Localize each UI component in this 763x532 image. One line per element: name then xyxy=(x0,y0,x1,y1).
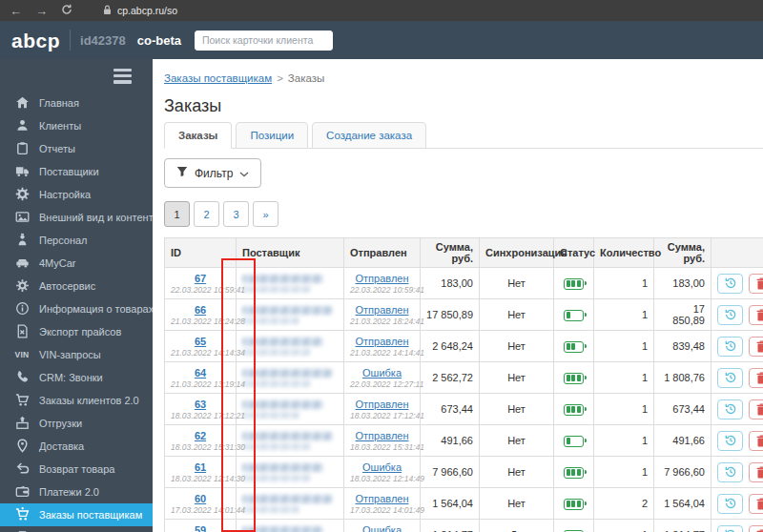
battery-status-icon xyxy=(564,404,584,416)
order-id-link[interactable]: 59 xyxy=(195,524,206,532)
car-icon xyxy=(14,256,30,271)
order-sum-2: 7 966,60 xyxy=(654,457,711,488)
sidebar-item-price-export[interactable]: Экспорт прайсов xyxy=(0,320,153,343)
order-id-link[interactable]: 65 xyxy=(195,336,206,347)
sidebar-item-clipped[interactable] xyxy=(0,526,153,532)
history-button[interactable] xyxy=(717,494,743,514)
delete-button[interactable] xyxy=(749,337,763,357)
page-button-1[interactable]: 1 xyxy=(164,201,190,227)
sidebar-item-clients[interactable]: Клиенты xyxy=(0,114,153,137)
delete-button[interactable] xyxy=(749,494,763,514)
history-button[interactable] xyxy=(717,525,743,532)
send-status-date: 21.03.2022 18:24:41 xyxy=(350,317,414,326)
battery-status-icon xyxy=(564,278,584,290)
order-sum: 2 562,72 xyxy=(421,362,480,394)
phone-icon xyxy=(14,370,30,385)
sidebar-item-shipments[interactable]: Отгрузки xyxy=(0,412,153,435)
order-created-date: 18.03.2022 12:14:30 xyxy=(171,474,230,483)
history-button[interactable] xyxy=(717,274,743,294)
order-id-link[interactable]: 66 xyxy=(195,304,206,316)
history-button[interactable] xyxy=(717,462,743,482)
abcp-logo[interactable]: abcp xyxy=(11,31,60,51)
order-id-link[interactable]: 64 xyxy=(195,367,206,379)
sidebar-item-4mycar[interactable]: 4MyCar xyxy=(0,252,153,275)
delete-button[interactable] xyxy=(749,431,763,451)
page-button-3[interactable]: 3 xyxy=(223,201,249,227)
order-id-link[interactable]: 61 xyxy=(195,461,206,473)
order-sum-2: 1 214,77 xyxy=(654,520,711,532)
order-id-link[interactable]: 60 xyxy=(195,493,206,504)
sidebar-item-autoservice[interactable]: Автосервис xyxy=(0,275,153,297)
col-supplier: Поставщик xyxy=(237,238,344,268)
send-status-link[interactable]: Ошибка xyxy=(362,461,402,473)
sidebar-item-product-info[interactable]: Информация о товарах xyxy=(0,297,153,320)
order-id-link[interactable]: 67 xyxy=(195,273,206,284)
page-button-2[interactable]: 2 xyxy=(194,201,219,227)
battery-status-icon xyxy=(564,436,584,447)
sync-value: Нет xyxy=(480,362,554,394)
browser-back-icon[interactable]: ← xyxy=(10,5,22,17)
breadcrumb-separator: > xyxy=(277,72,283,84)
history-button[interactable] xyxy=(717,368,743,388)
send-status-link[interactable]: Отправлен xyxy=(356,304,409,316)
home-icon xyxy=(14,95,30,111)
order-id-link[interactable]: 63 xyxy=(195,399,206,410)
lock-icon xyxy=(103,2,112,19)
supplier-name-redacted xyxy=(242,369,333,378)
sidebar-item-staff[interactable]: Персонал xyxy=(0,229,153,252)
orders-table: ID Поставщик Отправлен Сумма, руб. Синхр… xyxy=(164,237,763,532)
tab-orders[interactable]: Заказы xyxy=(164,122,232,149)
cart-icon xyxy=(14,393,30,408)
sidebar-collapse-hamburger-icon[interactable] xyxy=(0,59,153,92)
history-button[interactable] xyxy=(717,399,743,419)
sidebar-item-home[interactable]: Главная xyxy=(0,92,153,114)
send-status-link[interactable]: Ошибка xyxy=(362,367,402,379)
sidebar-item-crm-calls[interactable]: CRM: Звонки xyxy=(0,366,153,389)
history-button[interactable] xyxy=(717,431,743,451)
sidebar-item-returns[interactable]: Возврат товара xyxy=(0,458,153,481)
sidebar-item-client-orders[interactable]: Заказы клиентов 2.0 xyxy=(0,389,153,412)
page-button-next[interactable]: » xyxy=(253,201,278,227)
sidebar-item-reports[interactable]: Отчеты xyxy=(0,137,153,160)
send-status-link[interactable]: Отправлен xyxy=(356,336,409,347)
order-id-link[interactable]: 62 xyxy=(195,430,206,441)
sidebar-item-appearance[interactable]: Внешний вид и контент xyxy=(0,206,153,229)
breadcrumb-current: Заказы xyxy=(288,72,324,84)
delete-button[interactable] xyxy=(749,462,763,482)
send-status-link[interactable]: Отправлен xyxy=(356,493,409,504)
delete-button[interactable] xyxy=(749,399,763,419)
tab-create-order[interactable]: Создание заказа xyxy=(312,122,426,149)
client-search-input[interactable] xyxy=(195,31,333,51)
browser-reload-icon[interactable] xyxy=(61,4,72,17)
send-status-link[interactable]: Ошибка xyxy=(362,524,402,532)
supplier-name-redacted xyxy=(242,338,323,346)
history-button[interactable] xyxy=(717,305,743,325)
table-row: 59 12.02.2022 13:39:53 Ошибка 12.02.2022 xyxy=(165,520,763,532)
filter-button[interactable]: Фильтр xyxy=(164,158,261,188)
sidebar-item-delivery[interactable]: Доставка xyxy=(0,435,153,458)
sidebar-item-vin-requests[interactable]: VIN VIN-запросы xyxy=(0,343,153,366)
battery-status-icon xyxy=(564,467,584,479)
order-sum-2: 17 850,89 xyxy=(654,299,711,331)
url-text[interactable]: cp.abcp.ru/so xyxy=(117,5,177,16)
history-button[interactable] xyxy=(717,337,743,357)
breadcrumb-parent-link[interactable]: Заказы поставщикам xyxy=(164,72,272,84)
send-status-link[interactable]: Отправлен xyxy=(356,399,409,410)
send-status-link[interactable]: Отправлен xyxy=(356,430,409,441)
delete-button[interactable] xyxy=(749,274,763,294)
supplier-details-redacted xyxy=(242,317,299,324)
col-sum1: Сумма, руб. xyxy=(421,238,480,268)
sidebar-item-supplier-orders[interactable]: Заказы поставщикам xyxy=(0,503,153,526)
order-created-date: 17.03.2022 14:01:44 xyxy=(171,505,230,515)
sidebar-item-settings[interactable]: Настройка xyxy=(0,183,153,206)
sidebar: Главная Клиенты Отчеты Поставщики Настро… xyxy=(0,59,153,532)
tab-positions[interactable]: Позиции xyxy=(236,122,308,149)
delete-button[interactable] xyxy=(749,305,763,325)
sidebar-item-payments[interactable]: Платежи 2.0 xyxy=(0,481,153,503)
delete-button[interactable] xyxy=(749,525,763,532)
delete-button[interactable] xyxy=(749,368,763,388)
url-box[interactable]: cp.abcp.ru/so xyxy=(103,2,177,19)
sidebar-item-suppliers[interactable]: Поставщики xyxy=(0,160,153,183)
browser-forward-icon[interactable]: → xyxy=(35,5,48,17)
send-status-link[interactable]: Отправлен xyxy=(356,273,409,284)
